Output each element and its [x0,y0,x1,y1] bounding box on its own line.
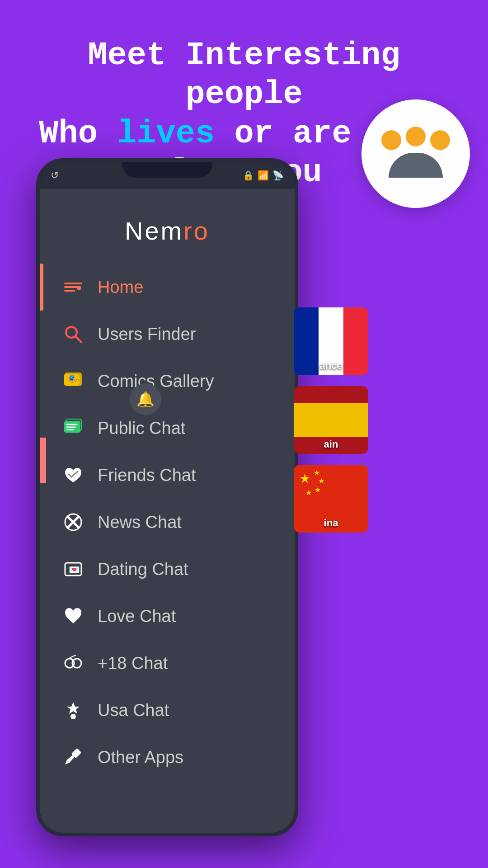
friends-chat-icon [62,464,84,486]
news-chat-icon [62,511,84,533]
flag-card-spain: ain [294,386,368,454]
flag-spain-label: ain [294,439,368,450]
flag-cards-container: ance ain ★ ★ ★ ★ ★ ina [294,307,368,533]
menu-home-label: Home [98,278,143,297]
phone-notch [122,162,212,178]
home-icon [62,276,84,298]
usa-chat-icon [62,699,84,721]
dating-chat-icon: 💌 [62,558,84,580]
menu-item-dating-chat[interactable]: 💌 Dating Chat [40,546,295,593]
menu-users-finder-label: Users Finder [98,325,196,344]
menu-news-chat-label: News Chat [98,513,182,532]
menu-dating-chat-label: Dating Chat [98,560,188,579]
menu-item-public-chat[interactable]: Public Chat [40,405,295,452]
avatar-heads-row [381,130,450,150]
menu-item-friends-chat[interactable]: Friends Chat [40,452,295,499]
plus18-chat-icon [62,652,84,674]
svg-point-3 [77,286,81,290]
bell-circle: 🔔 [130,383,161,415]
menu-public-chat-label: Public Chat [98,419,185,438]
app-logo: Nemro [40,189,295,264]
flag-france-label: ance [294,360,368,372]
flag-spain-yellow [294,403,368,437]
menu-item-love-chat[interactable]: Love Chat [40,593,295,640]
flag-china-label: ina [294,517,368,529]
flag-china-star-2: ★ [314,468,320,477]
signal-icon: 📡 [272,170,284,181]
menu-item-comics-gallery[interactable]: 🎭 Comics Gallery [40,358,295,405]
other-apps-icon [62,746,84,768]
love-chat-icon [62,605,84,627]
menu-friends-chat-label: Friends Chat [98,466,196,485]
menu-item-news-chat[interactable]: News Chat [40,499,295,546]
headline-line2-prefix: Who [39,115,117,152]
menu-plus18-chat-label: +18 Chat [98,654,168,673]
status-left-icon: ↺ [51,170,59,181]
phone-frame: ↺ 🔒 📶 📡 🔔 Nemro [36,158,298,836]
menu-item-usa-chat[interactable]: Usa Chat [40,687,295,734]
headline-line1: Meet Interesting people [88,37,400,113]
flag-card-france: ance [294,307,368,375]
menu-usa-chat-label: Usa Chat [98,701,169,720]
menu-item-home[interactable]: Home [40,264,295,311]
users-finder-icon [62,323,84,345]
avatar-head-3 [430,130,450,150]
bell-notification[interactable]: 🔔 [130,383,161,415]
svg-point-22 [70,714,76,719]
public-chat-icon [62,417,84,439]
flag-spain-red-top [294,386,368,403]
avatar-head-2 [406,127,426,146]
avatar-head-1 [381,130,401,150]
flag-china-star-main: ★ [299,471,310,486]
status-right-icons: 🔒 📶 📡 [243,170,284,181]
menu-other-apps-label: Other Apps [98,748,183,767]
menu-item-other-apps[interactable]: Other Apps [40,734,295,781]
headline-line2-middle: or are [215,115,371,152]
svg-text:💌: 💌 [69,564,80,575]
flag-china-star-3: ★ [318,476,324,485]
svg-text:🎭: 🎭 [68,373,79,384]
svg-line-5 [75,336,81,342]
headline-accent-lives: lives [117,115,215,152]
flag-card-china: ★ ★ ★ ★ ★ ina [294,465,368,533]
lock-icon: 🔒 [243,170,254,181]
logo-ro: ro [183,217,210,245]
group-avatar [361,99,470,208]
svg-line-21 [70,655,76,658]
app-logo-text: Nemro [49,216,286,245]
sidebar: 🔔 Nemro [40,189,295,836]
menu-love-chat-label: Love Chat [98,607,176,626]
flag-china-star-5: ★ [305,488,312,497]
logo-nem: Nem [125,217,183,245]
phone-mockup: ↺ 🔒 📶 📡 🔔 Nemro [36,158,298,836]
wifi-icon: 📶 [258,170,269,181]
avatar-body [389,153,443,178]
menu-list: Home Users Finder [40,264,295,836]
avatar-inner [381,130,450,178]
flag-china-star-4: ★ [314,486,321,494]
comics-gallery-icon: 🎭 [62,370,84,392]
menu-item-plus18-chat[interactable]: +18 Chat [40,640,295,687]
menu-item-users-finder[interactable]: Users Finder [40,311,295,358]
